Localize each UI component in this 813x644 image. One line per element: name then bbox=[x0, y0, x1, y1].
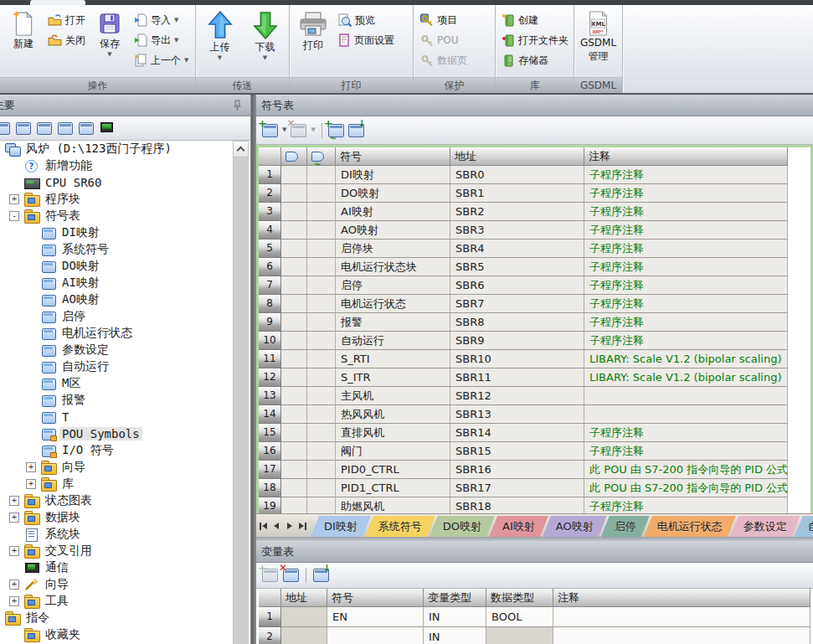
delete-variable-row-icon[interactable]: ✕ bbox=[283, 569, 299, 582]
tree-item-whats-new[interactable]: 新增功能 bbox=[0, 157, 233, 174]
tree-item-system-symbols[interactable]: 系统符号 bbox=[0, 241, 233, 258]
symbol-cell[interactable]: 直排风机 bbox=[336, 424, 450, 442]
data-type-cell[interactable]: BOOL bbox=[486, 607, 553, 627]
cross-reference-view-icon[interactable] bbox=[79, 122, 94, 135]
library-open-folder-button[interactable]: 打开文件夹 bbox=[499, 31, 571, 49]
address-cell[interactable]: SBR6 bbox=[450, 276, 584, 295]
previous-dropdown-arrow[interactable]: ▼ bbox=[184, 58, 188, 64]
address-cell[interactable]: SBR9 bbox=[450, 332, 584, 350]
symbol-cell[interactable]: S_RTI bbox=[336, 350, 450, 368]
tree-item-t[interactable]: T bbox=[0, 409, 233, 425]
next-tab-button[interactable] bbox=[284, 518, 296, 534]
comment-cell[interactable]: 子程序注释 bbox=[584, 497, 788, 513]
address-cell[interactable]: SBR14 bbox=[450, 424, 584, 442]
protect-pou-button[interactable]: POU bbox=[417, 31, 470, 49]
symbol-cell[interactable]: S_ITR bbox=[336, 368, 450, 387]
tree-item-cpu[interactable]: CPU SR60 bbox=[0, 174, 233, 191]
comment-column-header[interactable]: 注释 bbox=[553, 589, 810, 607]
tree-item-start-stop[interactable]: 启停 bbox=[0, 308, 233, 325]
comment-cell[interactable]: 子程序注释 bbox=[584, 258, 788, 276]
address-column-header[interactable]: 地址 bbox=[450, 147, 584, 166]
address-cell[interactable] bbox=[281, 607, 327, 627]
sheet-tab-system-symbols[interactable]: 系统符号 bbox=[365, 516, 435, 537]
expand-icon[interactable] bbox=[9, 580, 19, 590]
tree-item-pou-symbols[interactable]: POU Symbols bbox=[0, 425, 233, 442]
address-cell[interactable]: SBR7 bbox=[450, 295, 584, 313]
apply-sort-icon[interactable]: ↓ bbox=[348, 124, 364, 137]
symbol-cell[interactable]: 启停块 bbox=[336, 240, 450, 258]
tree-item-auto-run[interactable]: 自动运行 bbox=[0, 358, 233, 375]
address-cell[interactable]: SBR8 bbox=[450, 313, 584, 332]
symbol-cell[interactable]: AO映射 bbox=[336, 221, 450, 240]
address-cell[interactable]: SBR18 bbox=[450, 497, 584, 513]
program-block-view-icon[interactable] bbox=[0, 122, 10, 135]
overlap-flag-column-header[interactable] bbox=[307, 147, 336, 166]
comment-cell[interactable]: 子程序注释 bbox=[584, 203, 788, 221]
symbol-cell[interactable]: DO映射 bbox=[336, 184, 450, 203]
sheet-tab-do-map[interactable]: DO映射 bbox=[430, 516, 495, 537]
expand-icon[interactable] bbox=[26, 479, 36, 489]
print-button[interactable]: 打印 bbox=[293, 8, 333, 53]
tree-item-tools[interactable]: 工具 bbox=[0, 593, 233, 610]
insert-table-icon[interactable]: + bbox=[262, 124, 278, 137]
library-create-button[interactable]: 创建 bbox=[499, 11, 571, 29]
var-type-cell[interactable]: IN bbox=[424, 627, 486, 644]
symbol-cell[interactable]: DI映射 bbox=[336, 166, 450, 184]
data-type-cell[interactable] bbox=[486, 627, 553, 644]
tree-item-wizard-symbols[interactable]: 向导 bbox=[0, 459, 233, 476]
comment-cell[interactable] bbox=[553, 627, 810, 644]
tree-item-cross-reference[interactable]: 交叉引用 bbox=[0, 543, 233, 559]
tree-item-symbol-table[interactable]: 符号表 bbox=[0, 208, 233, 224]
expand-icon[interactable] bbox=[9, 546, 19, 556]
var-type-column-header[interactable]: 变量类型 bbox=[424, 589, 486, 607]
expand-icon[interactable] bbox=[9, 596, 19, 606]
upload-dropdown-arrow[interactable]: ▼ bbox=[218, 55, 222, 61]
comment-cell[interactable]: LIBARY: Scale V1.2 (bipolar scaling) bbox=[584, 350, 788, 368]
expand-icon[interactable] bbox=[9, 496, 19, 506]
symbol-cell[interactable]: 热风风机 bbox=[336, 405, 450, 424]
symbol-cell[interactable]: AI映射 bbox=[336, 203, 450, 221]
address-cell[interactable]: SBR15 bbox=[450, 442, 584, 461]
tree-item-project[interactable]: 风炉 (D:\123西门子程序) bbox=[0, 141, 233, 157]
symbol-cell[interactable]: 主风机 bbox=[336, 387, 450, 405]
address-cell[interactable] bbox=[281, 627, 327, 644]
address-cell[interactable]: SBR4 bbox=[450, 240, 584, 258]
data-type-column-header[interactable]: 数据类型 bbox=[486, 589, 553, 607]
tree-item-library-symbols[interactable]: 库 bbox=[0, 476, 233, 492]
close-button[interactable]: 关闭 bbox=[45, 31, 88, 49]
comment-cell[interactable] bbox=[584, 387, 788, 405]
protect-data-page-button[interactable]: 数据页 bbox=[417, 51, 470, 70]
tree-item-instructions[interactable]: 指令 bbox=[0, 610, 233, 626]
comment-cell[interactable]: 子程序注释 bbox=[584, 276, 788, 295]
symbol-flag-column-header[interactable] bbox=[281, 147, 307, 166]
comment-cell[interactable]: 此 POU 由 S7-200 指令向导的 PID 公式创... bbox=[584, 479, 788, 497]
upload-button[interactable]: 上传 ▼ bbox=[203, 8, 238, 61]
address-cell[interactable]: SBR11 bbox=[450, 368, 584, 387]
symbol-cell[interactable]: 自动运行 bbox=[336, 332, 450, 350]
open-button[interactable]: 打开 bbox=[45, 11, 88, 29]
library-memory-button[interactable]: 存储器 bbox=[499, 51, 571, 70]
tree-item-alarm[interactable]: 报警 bbox=[0, 392, 233, 409]
address-cell[interactable]: SBR5 bbox=[450, 258, 584, 276]
data-block-view-icon[interactable] bbox=[58, 122, 73, 135]
comment-cell[interactable]: 子程序注释 bbox=[584, 313, 788, 332]
symbol-cell[interactable] bbox=[327, 627, 424, 644]
address-cell[interactable]: SBR12 bbox=[450, 387, 584, 405]
tree-item-ao-map[interactable]: AO映射 bbox=[0, 291, 233, 308]
tree-item-system-block[interactable]: 系统块 bbox=[0, 526, 233, 543]
export-dropdown-arrow[interactable]: ▼ bbox=[174, 38, 178, 44]
import-dropdown-arrow[interactable]: ▼ bbox=[174, 18, 178, 23]
download-button[interactable]: 下载 ▼ bbox=[248, 8, 283, 61]
symbol-cell[interactable]: 电机运行状态 bbox=[336, 295, 450, 313]
import-button[interactable]: 导入▼ bbox=[131, 11, 191, 29]
save-button[interactable]: 保存 ▼ bbox=[90, 8, 130, 58]
comment-cell[interactable]: 子程序注释 bbox=[584, 221, 788, 240]
gsdml-manage-button[interactable]: XML GSDML 管理 bbox=[578, 8, 619, 64]
comment-cell[interactable]: 子程序注释 bbox=[584, 166, 788, 184]
expand-icon[interactable] bbox=[9, 194, 19, 204]
tree-item-io-symbols[interactable]: I/O 符号 bbox=[0, 442, 233, 459]
first-tab-button[interactable] bbox=[257, 518, 269, 534]
tree-item-favorites[interactable]: 收藏夹 bbox=[0, 626, 233, 643]
communication-view-icon[interactable] bbox=[100, 122, 115, 135]
symbol-cell[interactable]: PID0_CTRL bbox=[336, 461, 450, 479]
